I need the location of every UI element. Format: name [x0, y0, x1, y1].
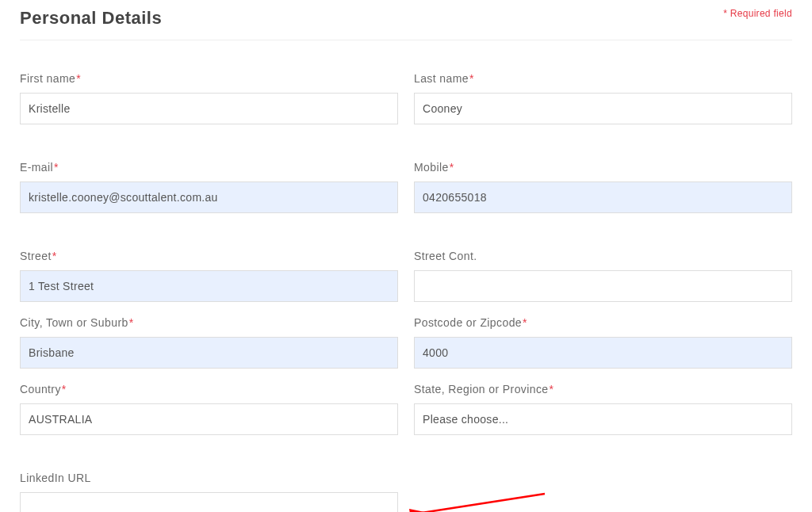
last-name-label: Last name*	[414, 72, 792, 85]
mobile-field: Mobile*	[414, 161, 792, 213]
postcode-label-text: Postcode or Zipcode	[414, 316, 522, 329]
mobile-label-text: Mobile	[414, 161, 449, 174]
street-cont-label: Street Cont.	[414, 250, 792, 262]
street-label: Street*	[20, 250, 398, 262]
header-row: Personal Details * Required field	[20, 8, 792, 40]
page-title: Personal Details	[20, 8, 162, 29]
email-label: E-mail*	[20, 161, 398, 174]
required-star: *	[523, 316, 527, 329]
postcode-input[interactable]	[414, 337, 792, 369]
last-name-label-text: Last name	[414, 72, 469, 85]
country-field: Country*	[20, 383, 398, 435]
state-label-text: State, Region or Province	[414, 383, 549, 395]
required-star: *	[450, 161, 454, 174]
city-field: City, Town or Suburb*	[20, 316, 398, 369]
email-input[interactable]	[20, 181, 398, 213]
country-label-text: Country	[20, 383, 61, 395]
state-field: State, Region or Province*	[414, 383, 792, 435]
city-label: City, Town or Suburb*	[20, 316, 398, 329]
annotation-arrow-wrap	[414, 472, 792, 512]
linkedin-field: LinkedIn URL (Please click on your profi…	[20, 472, 398, 512]
street-label-text: Street	[20, 250, 52, 262]
svg-line-0	[422, 494, 545, 512]
city-label-text: City, Town or Suburb	[20, 316, 128, 329]
required-star: *	[469, 72, 474, 85]
row-spacer	[20, 449, 792, 472]
first-name-field: First name*	[20, 72, 398, 124]
street-cont-field: Street Cont.	[414, 250, 792, 302]
first-name-label: First name*	[20, 72, 398, 85]
mobile-label: Mobile*	[414, 161, 792, 174]
state-label: State, Region or Province*	[414, 383, 792, 395]
email-label-text: E-mail	[20, 161, 53, 174]
required-star: *	[76, 72, 81, 85]
last-name-input[interactable]	[414, 93, 792, 124]
state-select[interactable]	[414, 403, 792, 435]
required-star: *	[52, 250, 57, 262]
required-star: *	[62, 383, 67, 395]
street-input[interactable]	[20, 270, 398, 302]
required-star: *	[54, 161, 59, 174]
arrow-icon	[406, 489, 557, 512]
postcode-field: Postcode or Zipcode*	[414, 316, 792, 369]
country-select[interactable]	[20, 403, 398, 435]
required-star: *	[550, 383, 554, 395]
first-name-label-text: First name	[20, 72, 75, 85]
first-name-input[interactable]	[20, 93, 398, 124]
linkedin-input[interactable]	[20, 492, 398, 512]
city-input[interactable]	[20, 337, 398, 369]
street-field: Street*	[20, 250, 398, 302]
row-spacer	[20, 227, 792, 250]
linkedin-label: LinkedIn URL	[20, 472, 398, 484]
row-spacer	[20, 139, 792, 161]
country-label: Country*	[20, 383, 398, 395]
required-field-note: * Required field	[723, 8, 792, 19]
mobile-input[interactable]	[414, 181, 792, 213]
required-star: *	[129, 316, 134, 329]
last-name-field: Last name*	[414, 72, 792, 124]
postcode-label: Postcode or Zipcode*	[414, 316, 792, 329]
personal-details-form: First name* Last name* E-mail* Mobile* S…	[20, 72, 792, 512]
street-cont-input[interactable]	[414, 270, 792, 302]
email-field: E-mail*	[20, 161, 398, 213]
